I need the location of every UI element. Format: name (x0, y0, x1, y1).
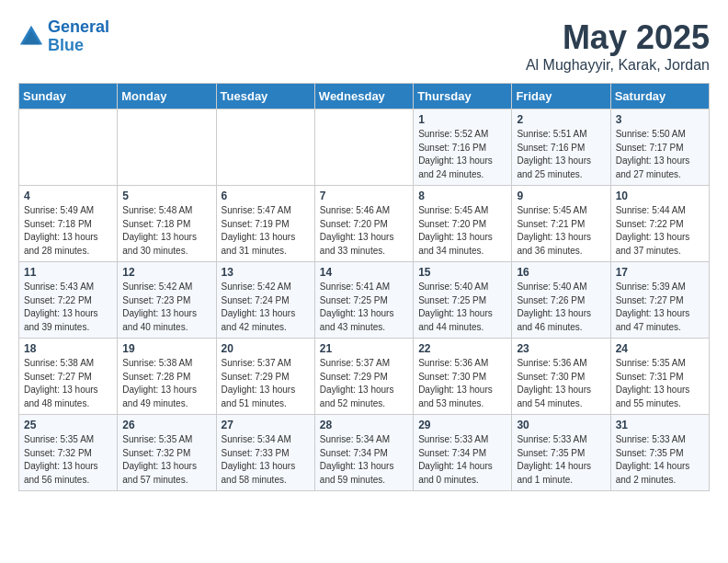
logo-icon (18, 24, 44, 50)
day-info: Sunrise: 5:36 AMSunset: 7:30 PMDaylight:… (418, 357, 506, 410)
weekday-header: Wednesday (314, 84, 413, 109)
calendar-cell: 14Sunrise: 5:41 AMSunset: 7:25 PMDayligh… (314, 262, 413, 339)
day-info: Sunrise: 5:46 AMSunset: 7:20 PMDaylight:… (320, 204, 408, 258)
day-info: Sunrise: 5:33 AMSunset: 7:34 PMDaylight:… (418, 433, 506, 487)
day-number: 18 (24, 342, 112, 355)
calendar-cell: 22Sunrise: 5:36 AMSunset: 7:30 PMDayligh… (414, 339, 512, 415)
day-number: 13 (222, 266, 310, 279)
day-info: Sunrise: 5:36 AMSunset: 7:30 PMDaylight:… (517, 357, 605, 410)
calendar-cell: 7Sunrise: 5:46 AMSunset: 7:20 PMDaylight… (314, 186, 413, 262)
calendar-cell: 13Sunrise: 5:42 AMSunset: 7:24 PMDayligh… (216, 262, 314, 339)
weekday-header: Sunday (19, 84, 118, 109)
day-info: Sunrise: 5:48 AMSunset: 7:18 PMDaylight:… (122, 204, 210, 258)
day-info: Sunrise: 5:45 AMSunset: 7:20 PMDaylight:… (418, 204, 506, 258)
day-number: 12 (122, 266, 210, 279)
calendar-cell: 17Sunrise: 5:39 AMSunset: 7:27 PMDayligh… (610, 262, 709, 339)
day-info: Sunrise: 5:47 AMSunset: 7:19 PMDaylight:… (222, 204, 310, 258)
day-info: Sunrise: 5:41 AMSunset: 7:25 PMDaylight:… (320, 281, 408, 334)
day-number: 16 (517, 266, 605, 279)
day-number: 6 (222, 190, 310, 202)
day-info: Sunrise: 5:37 AMSunset: 7:29 PMDaylight:… (222, 357, 310, 410)
calendar-cell: 23Sunrise: 5:36 AMSunset: 7:30 PMDayligh… (512, 339, 610, 415)
location-title: Al Mughayyir, Karak, Jordan (526, 57, 710, 74)
day-number: 23 (517, 342, 605, 355)
calendar-cell: 15Sunrise: 5:40 AMSunset: 7:25 PMDayligh… (414, 262, 512, 339)
calendar-cell: 4Sunrise: 5:49 AMSunset: 7:18 PMDaylight… (19, 186, 118, 262)
calendar-cell: 24Sunrise: 5:35 AMSunset: 7:31 PMDayligh… (610, 339, 709, 415)
weekday-header: Friday (512, 84, 610, 109)
calendar-cell: 3Sunrise: 5:50 AMSunset: 7:17 PMDaylight… (610, 109, 709, 186)
calendar-week-row: 11Sunrise: 5:43 AMSunset: 7:22 PMDayligh… (19, 262, 710, 339)
weekday-header: Saturday (610, 84, 709, 109)
day-info: Sunrise: 5:33 AMSunset: 7:35 PMDaylight:… (517, 433, 605, 487)
calendar-table: SundayMondayTuesdayWednesdayThursdayFrid… (18, 83, 710, 491)
weekday-header: Monday (118, 84, 216, 109)
day-info: Sunrise: 5:40 AMSunset: 7:25 PMDaylight:… (418, 281, 506, 334)
calendar-cell: 30Sunrise: 5:33 AMSunset: 7:35 PMDayligh… (512, 415, 610, 491)
calendar-week-row: 4Sunrise: 5:49 AMSunset: 7:18 PMDaylight… (19, 186, 710, 262)
day-info: Sunrise: 5:52 AMSunset: 7:16 PMDaylight:… (418, 128, 506, 181)
calendar-cell (216, 109, 314, 186)
logo-line1: General (48, 17, 109, 36)
calendar-cell: 19Sunrise: 5:38 AMSunset: 7:28 PMDayligh… (118, 339, 216, 415)
day-number: 9 (517, 190, 605, 202)
calendar-cell: 6Sunrise: 5:47 AMSunset: 7:19 PMDaylight… (216, 186, 314, 262)
day-info: Sunrise: 5:38 AMSunset: 7:28 PMDaylight:… (122, 357, 210, 410)
day-number: 4 (24, 190, 112, 202)
title-area: May 2025 Al Mughayyir, Karak, Jordan (526, 18, 710, 74)
day-info: Sunrise: 5:35 AMSunset: 7:32 PMDaylight:… (122, 433, 210, 487)
day-number: 21 (320, 342, 408, 355)
weekday-header: Thursday (414, 84, 512, 109)
day-info: Sunrise: 5:49 AMSunset: 7:18 PMDaylight:… (24, 204, 112, 258)
day-info: Sunrise: 5:37 AMSunset: 7:29 PMDaylight:… (320, 357, 408, 410)
day-info: Sunrise: 5:45 AMSunset: 7:21 PMDaylight:… (517, 204, 605, 258)
day-number: 31 (616, 419, 704, 431)
day-number: 1 (418, 113, 506, 126)
logo-text: General Blue (48, 18, 109, 55)
calendar-cell: 12Sunrise: 5:42 AMSunset: 7:23 PMDayligh… (118, 262, 216, 339)
logo: General Blue (18, 18, 109, 55)
calendar-cell: 20Sunrise: 5:37 AMSunset: 7:29 PMDayligh… (216, 339, 314, 415)
calendar-cell: 25Sunrise: 5:35 AMSunset: 7:32 PMDayligh… (19, 415, 118, 491)
calendar-cell (118, 109, 216, 186)
day-info: Sunrise: 5:40 AMSunset: 7:26 PMDaylight:… (517, 281, 605, 334)
day-info: Sunrise: 5:34 AMSunset: 7:33 PMDaylight:… (222, 433, 310, 487)
calendar-cell (314, 109, 413, 186)
calendar-cell: 8Sunrise: 5:45 AMSunset: 7:20 PMDaylight… (414, 186, 512, 262)
day-info: Sunrise: 5:34 AMSunset: 7:34 PMDaylight:… (320, 433, 408, 487)
day-number: 20 (222, 342, 310, 355)
day-number: 25 (24, 419, 112, 431)
day-number: 24 (616, 342, 704, 355)
day-number: 2 (517, 113, 605, 126)
calendar-cell: 2Sunrise: 5:51 AMSunset: 7:16 PMDaylight… (512, 109, 610, 186)
day-number: 26 (122, 419, 210, 431)
day-info: Sunrise: 5:43 AMSunset: 7:22 PMDaylight:… (24, 281, 112, 334)
day-info: Sunrise: 5:39 AMSunset: 7:27 PMDaylight:… (616, 281, 704, 334)
logo-line2: Blue (48, 36, 84, 54)
day-number: 17 (616, 266, 704, 279)
calendar-cell: 1Sunrise: 5:52 AMSunset: 7:16 PMDaylight… (414, 109, 512, 186)
calendar-cell: 31Sunrise: 5:33 AMSunset: 7:35 PMDayligh… (610, 415, 709, 491)
day-number: 19 (122, 342, 210, 355)
day-info: Sunrise: 5:35 AMSunset: 7:32 PMDaylight:… (24, 433, 112, 487)
calendar-cell: 29Sunrise: 5:33 AMSunset: 7:34 PMDayligh… (414, 415, 512, 491)
calendar-cell: 11Sunrise: 5:43 AMSunset: 7:22 PMDayligh… (19, 262, 118, 339)
day-number: 28 (320, 419, 408, 431)
day-number: 5 (122, 190, 210, 202)
calendar-week-row: 1Sunrise: 5:52 AMSunset: 7:16 PMDaylight… (19, 109, 710, 186)
page-header: General Blue May 2025 Al Mughayyir, Kara… (18, 18, 710, 74)
calendar-cell: 16Sunrise: 5:40 AMSunset: 7:26 PMDayligh… (512, 262, 610, 339)
day-info: Sunrise: 5:50 AMSunset: 7:17 PMDaylight:… (616, 128, 704, 181)
calendar-cell: 28Sunrise: 5:34 AMSunset: 7:34 PMDayligh… (314, 415, 413, 491)
calendar-cell: 18Sunrise: 5:38 AMSunset: 7:27 PMDayligh… (19, 339, 118, 415)
calendar-week-row: 25Sunrise: 5:35 AMSunset: 7:32 PMDayligh… (19, 415, 710, 491)
calendar-cell: 9Sunrise: 5:45 AMSunset: 7:21 PMDaylight… (512, 186, 610, 262)
day-number: 30 (517, 419, 605, 431)
day-number: 15 (418, 266, 506, 279)
day-number: 27 (222, 419, 310, 431)
calendar-cell: 26Sunrise: 5:35 AMSunset: 7:32 PMDayligh… (118, 415, 216, 491)
month-title: May 2025 (526, 18, 710, 57)
day-number: 22 (418, 342, 506, 355)
calendar-cell (19, 109, 118, 186)
day-info: Sunrise: 5:42 AMSunset: 7:24 PMDaylight:… (222, 281, 310, 334)
